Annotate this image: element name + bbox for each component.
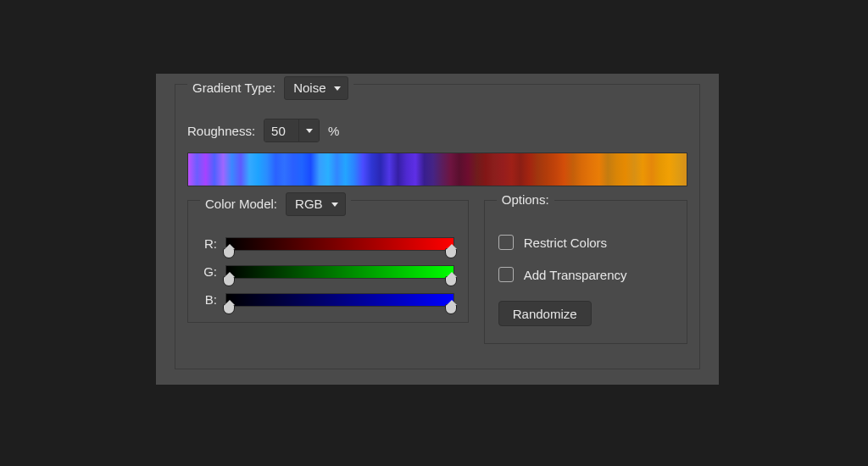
slider-handle-r-min[interactable]: [223, 248, 235, 258]
add-transparency-label: Add Transparency: [524, 268, 627, 282]
slider-row-r: R:: [202, 236, 454, 251]
roughness-label: Roughness:: [187, 124, 255, 138]
chevron-down-icon: [331, 202, 338, 207]
gradient-type-group: Gradient Type: Noise Roughness: %: [175, 84, 700, 369]
gradient-type-value: Noise: [293, 80, 326, 96]
gradient-type-select[interactable]: Noise: [284, 76, 348, 100]
options-legend: Options:: [497, 192, 554, 208]
slider-handle-g-min[interactable]: [223, 276, 235, 286]
add-transparency-row: Add Transparency: [498, 267, 673, 282]
slider-handle-g-max[interactable]: [445, 276, 457, 286]
color-model-label: Color Model:: [205, 197, 277, 212]
columns: Color Model: RGB R:: [187, 200, 687, 344]
restrict-colors-label: Restrict Colors: [524, 236, 607, 250]
add-transparency-checkbox[interactable]: [498, 267, 514, 282]
slider-handle-b-max[interactable]: [445, 304, 457, 314]
channel-label-g: G:: [202, 264, 217, 279]
roughness-field-wrap: [264, 119, 320, 142]
chevron-down-icon: [334, 86, 341, 91]
slider-row-b: B:: [202, 292, 454, 307]
color-model-group: Color Model: RGB R:: [187, 200, 469, 323]
slider-track-b[interactable]: [225, 293, 454, 307]
gradient-preview-strip[interactable]: [187, 153, 687, 186]
color-model-column: Color Model: RGB R:: [187, 200, 469, 344]
color-model-select[interactable]: RGB: [286, 192, 346, 216]
options-column: Options: Restrict Colors Add Transparenc…: [484, 200, 687, 344]
randomize-button[interactable]: Randomize: [498, 301, 592, 326]
color-model-legend: Color Model: RGB: [200, 192, 351, 216]
options-label: Options:: [502, 192, 549, 207]
channel-label-b: B:: [202, 292, 217, 307]
percent-label: %: [328, 124, 339, 138]
channel-label-r: R:: [202, 236, 217, 251]
restrict-colors-row: Restrict Colors: [498, 235, 673, 250]
restrict-colors-checkbox[interactable]: [498, 235, 514, 250]
slider-row-g: G:: [202, 264, 454, 279]
gradient-type-row: Gradient Type: Noise: [187, 76, 353, 100]
slider-handle-r-max[interactable]: [445, 248, 457, 258]
gradient-type-label: Gradient Type:: [192, 80, 275, 96]
roughness-input[interactable]: [264, 119, 298, 141]
slider-track-r[interactable]: [225, 237, 454, 251]
chevron-down-icon: [306, 129, 313, 133]
roughness-step-button[interactable]: [298, 119, 319, 141]
slider-track-g[interactable]: [225, 265, 454, 279]
gradient-editor-panel: Gradient Type: Noise Roughness: %: [156, 74, 719, 385]
roughness-row: Roughness: %: [187, 119, 687, 142]
color-model-value: RGB: [295, 197, 323, 212]
options-group: Options: Restrict Colors Add Transparenc…: [484, 200, 687, 344]
slider-handle-b-min[interactable]: [223, 304, 235, 314]
